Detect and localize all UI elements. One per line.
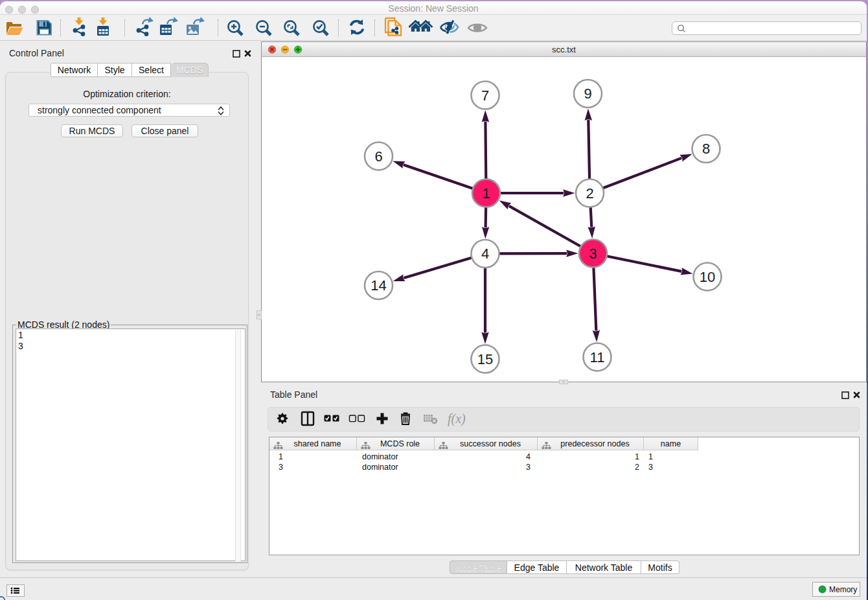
svg-text:2: 2	[586, 185, 593, 202]
svg-text:4: 4	[481, 246, 489, 262]
svg-text:1: 1	[482, 185, 490, 202]
svg-text:9: 9	[584, 86, 591, 102]
svg-text:f(x): f(x)	[448, 411, 466, 426]
svg-text:14: 14	[371, 277, 386, 294]
svg-text:8: 8	[702, 141, 710, 157]
svg-text:6: 6	[374, 148, 382, 165]
svg-text:10: 10	[700, 269, 715, 285]
svg-text:7: 7	[481, 87, 489, 104]
svg-text:11: 11	[590, 349, 605, 365]
svg-text:3: 3	[589, 246, 597, 262]
svg-text:15: 15	[477, 351, 493, 367]
